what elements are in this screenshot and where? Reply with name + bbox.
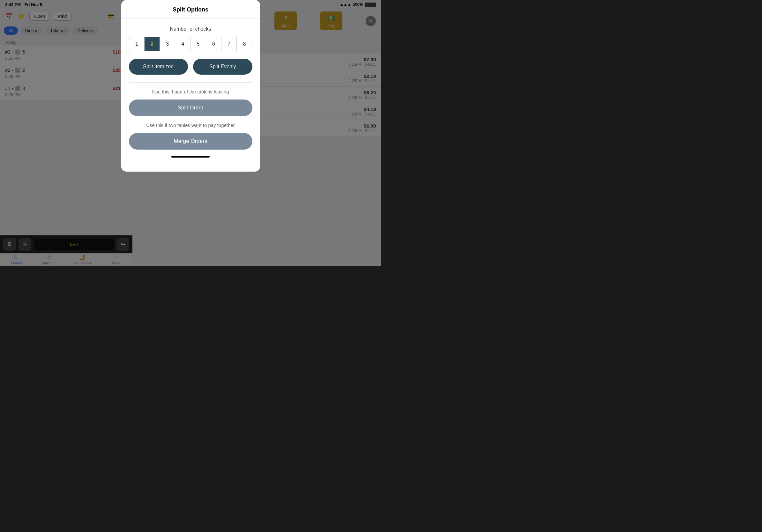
checks-label: Number of checks bbox=[129, 26, 253, 32]
divider bbox=[129, 82, 253, 83]
checks-selector: 1 2 3 4 5 6 7 8 bbox=[129, 37, 253, 51]
split-action-buttons: Split Itemized Split Evenly bbox=[129, 59, 253, 75]
check-4-button[interactable]: 4 bbox=[175, 37, 190, 51]
check-7-button[interactable]: 7 bbox=[221, 37, 237, 51]
merge-orders-button[interactable]: Merge Orders bbox=[129, 133, 253, 150]
check-6-button[interactable]: 6 bbox=[206, 37, 221, 51]
split-order-description: Use this if part of the table is leaving bbox=[129, 89, 253, 95]
modal-body: Number of checks 1 2 3 4 5 6 7 8 Split I… bbox=[121, 19, 260, 171]
check-1-button[interactable]: 1 bbox=[129, 37, 145, 51]
check-8-button[interactable]: 8 bbox=[237, 37, 252, 51]
modal-overlay: Split Options Number of checks 1 2 3 4 5… bbox=[0, 0, 381, 266]
modal-title: Split Options bbox=[121, 0, 260, 19]
split-evenly-button[interactable]: Split Evenly bbox=[193, 59, 253, 75]
split-itemized-button[interactable]: Split Itemized bbox=[129, 59, 188, 75]
check-3-button[interactable]: 3 bbox=[160, 37, 175, 51]
merge-orders-description: Use this if two tables want to pay toget… bbox=[129, 122, 253, 128]
home-indicator-bar bbox=[171, 156, 210, 158]
split-options-modal: Split Options Number of checks 1 2 3 4 5… bbox=[121, 0, 260, 171]
check-5-button[interactable]: 5 bbox=[191, 37, 206, 51]
check-2-button[interactable]: 2 bbox=[145, 37, 160, 51]
split-order-button[interactable]: Split Order bbox=[129, 100, 253, 116]
